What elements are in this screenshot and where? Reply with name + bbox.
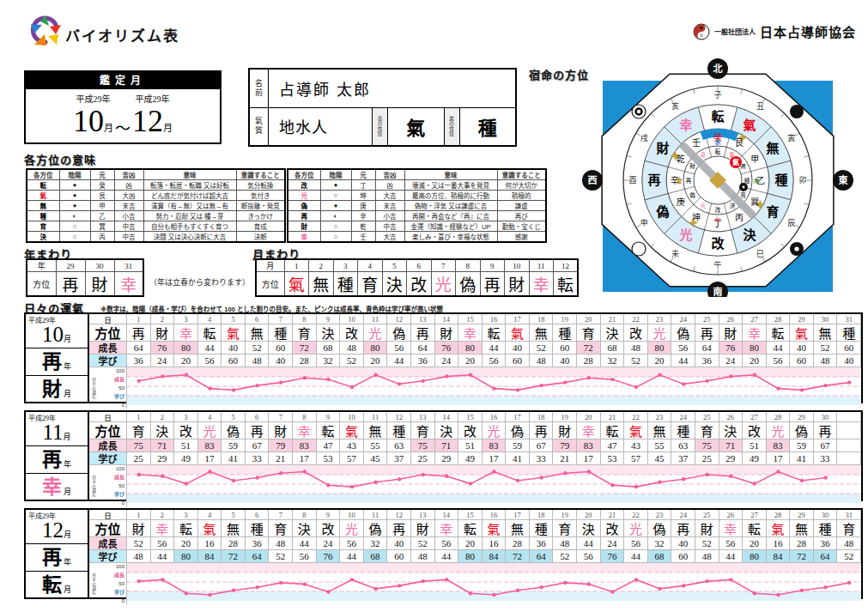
learning-value-cell: 29 — [435, 452, 459, 465]
compass-inner-direction-label: 育 — [740, 191, 746, 199]
compass-direction-label: 育 — [767, 204, 780, 219]
growth-value-cell: 56 — [435, 537, 459, 550]
month-direction: 財 — [42, 379, 62, 399]
growth-row-label: 成長 — [89, 439, 127, 452]
meanings-cell: 財 — [288, 221, 320, 232]
month-number: 12月 — [28, 520, 85, 545]
direction-cell: 再 — [246, 422, 270, 439]
growth-value-cell: 60 — [269, 342, 293, 354]
meanings-cell: 断捨離・発見 — [236, 201, 285, 211]
month-header-cell: 9 — [480, 259, 505, 272]
year-suffix: 年 — [64, 361, 71, 372]
compass-direction-label: 再 — [647, 173, 660, 187]
day-number-cell: 15 — [458, 510, 483, 520]
growth-value-cell: 59 — [790, 439, 814, 452]
day-number-cell: 4 — [198, 510, 222, 520]
direction-cell: 決 — [151, 422, 175, 439]
growth-value-cell: 28 — [790, 537, 814, 550]
learning-value-cell: 24 — [435, 354, 459, 367]
learning-value-cell: 28 — [577, 354, 601, 367]
growth-value-cell: 40 — [671, 537, 695, 550]
compass-branch-label: 辰 — [787, 219, 795, 227]
growth-value-cell: 72 — [293, 342, 317, 354]
learning-value-cell: 44 — [671, 354, 695, 367]
direction-cell: 氣 — [222, 324, 246, 342]
month-number: 10月 — [28, 324, 85, 349]
compass-stem-label: 壬 — [692, 138, 701, 148]
axis-0: 0 — [122, 403, 124, 408]
daily-fortune-line-chart — [127, 563, 861, 601]
learning-value-cell: 56 — [483, 354, 507, 367]
day-number-cell: 16 — [483, 412, 507, 422]
month-unit: 月 — [104, 123, 113, 133]
growth-value-cell: 67 — [246, 439, 270, 452]
year-direction: 再 — [42, 548, 62, 567]
direction-cell: 幸 — [577, 422, 601, 439]
graph-row: 日々の運気100成長50学び0 — [89, 465, 861, 503]
compass-branch-label: 酉 — [628, 176, 636, 185]
growth-value-cell: 52 — [246, 342, 270, 354]
direction-cell: 育 — [837, 520, 861, 537]
direction-cell: 改 — [624, 324, 648, 342]
day-number-cell: 19 — [553, 412, 577, 422]
compass-branch-label: 巳 — [756, 250, 764, 258]
compass-direction-label: 決 — [743, 227, 756, 242]
direction-cell: 決 — [601, 324, 625, 342]
direction-cell: 再 — [814, 422, 838, 439]
day-number-cell: 10 — [340, 510, 364, 520]
month-direction-cell: 転 — [554, 272, 579, 297]
month-direction-suffix: 月 — [64, 584, 71, 595]
month-number-unit: 月 — [64, 433, 71, 441]
daily-table: 日123456789101112131415161718192021222324… — [89, 312, 863, 403]
day-number-cell: 26 — [719, 510, 744, 520]
growth-value-cell: 20 — [174, 537, 198, 550]
day-number-cell: 19 — [553, 510, 577, 520]
day-number-cell: 18 — [530, 412, 554, 422]
month-direction-cell: 幸 — [529, 272, 554, 297]
graph-row: 日々の運気100成長50学び0 — [89, 367, 861, 405]
direction-cell: 無 — [530, 324, 554, 342]
meanings-cell: 凶 — [375, 180, 404, 191]
learning-value-cell: 80 — [458, 550, 483, 563]
learning-value-cell: 68 — [364, 550, 388, 563]
compass-direction-label: 種 — [774, 173, 787, 187]
direction-cell: 再 — [127, 324, 151, 342]
growth-value-cell: 51 — [458, 439, 483, 452]
graph-axis: 日々の運気100成長50学び0 — [89, 367, 127, 409]
day-number-cell: 1 — [127, 314, 151, 324]
learning-value-cell: 44 — [340, 550, 364, 563]
month-direction-cell: 転月 — [26, 572, 88, 597]
year-direction-cell: 幸 — [114, 272, 143, 297]
meanings-row: 決○丙中吉決闘 又は決心決断に大吉決断 — [27, 232, 285, 243]
month-header-cell: 12 — [554, 259, 579, 272]
range-tilde: 〜 — [115, 116, 131, 138]
direction-cell: 財 — [411, 520, 435, 537]
meanings-cell: 氣 — [27, 191, 59, 201]
year-direction: 再 — [42, 450, 62, 470]
year-cycle-table: 年293031方位再財幸 — [26, 258, 144, 297]
year-value-row: 方位再財幸 — [27, 272, 143, 297]
compass-inner-direction-label: 偽 — [689, 191, 695, 199]
direction-cell: 種 — [814, 520, 838, 537]
meanings-header-cell: 吉凶 — [114, 169, 143, 180]
month-cell: 平成29年11月 — [26, 412, 88, 446]
day-number-cell: 11 — [364, 314, 388, 324]
meanings-row: 転●癸凶転落・転居・転職 又は好転気分転換 — [27, 180, 285, 191]
direction-cell: 無 — [506, 520, 530, 537]
direction-cell: 幸 — [743, 324, 767, 342]
growth-value-cell: 83 — [483, 439, 507, 452]
direction-cell — [837, 422, 861, 439]
direction-cell: 偽 — [671, 324, 695, 342]
meanings-cell: 無 — [27, 201, 59, 211]
growth-value-cell: 56 — [387, 342, 411, 354]
learning-value-cell: 17 — [577, 452, 601, 465]
learning-value-cell: 21 — [553, 452, 577, 465]
day-number-cell: 18 — [530, 314, 554, 324]
meanings-row: 種◐乙小吉努力・忍耐 又は 種→芽きっかけ — [27, 211, 285, 221]
growth-value-cell: 55 — [364, 439, 388, 452]
growth-value-cell: 48 — [837, 537, 861, 550]
month-direction: 転 — [42, 575, 62, 595]
to-era: 平成29年 — [132, 92, 173, 105]
direction-cell: 偽 — [364, 520, 388, 537]
growth-value-cell: 52 — [411, 537, 435, 550]
